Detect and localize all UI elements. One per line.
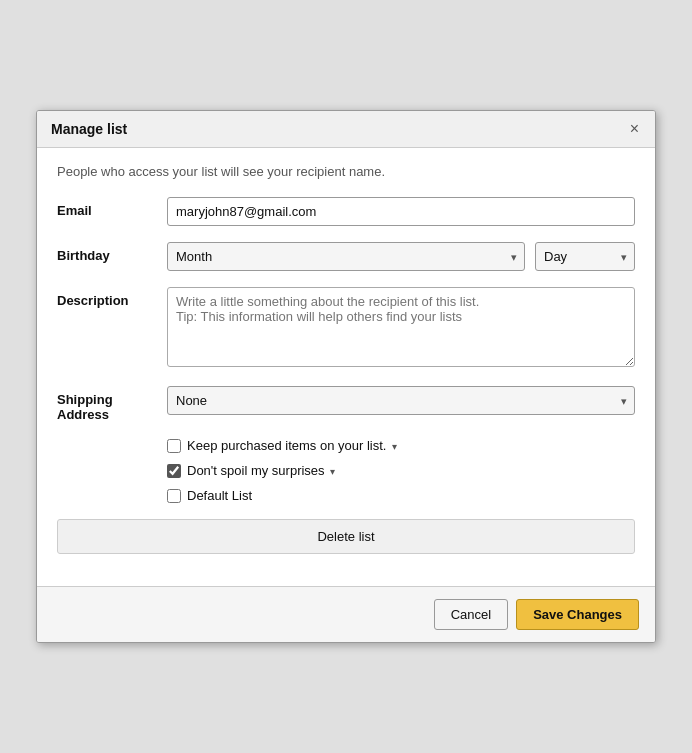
close-button[interactable]: × — [628, 121, 641, 137]
shipping-label: Shipping Address — [57, 386, 167, 422]
description-control — [167, 287, 635, 370]
default-list-checkbox[interactable] — [167, 489, 181, 503]
email-input[interactable] — [167, 197, 635, 226]
month-select-wrapper: Month January February March April May J… — [167, 242, 525, 271]
modal-footer: Cancel Save Changes — [37, 586, 655, 642]
shipping-row: Shipping Address None Add new address ▾ — [57, 386, 635, 422]
keep-purchased-checkbox[interactable] — [167, 439, 181, 453]
month-select[interactable]: Month January February March April May J… — [167, 242, 525, 271]
dont-spoil-checkbox[interactable] — [167, 464, 181, 478]
checkbox1-chevron-icon: ▾ — [392, 441, 397, 452]
default-list-label[interactable]: Default List — [187, 488, 252, 503]
checkboxes-area: Keep purchased items on your list. ▾ Don… — [57, 438, 635, 503]
modal-body: People who access your list will see you… — [37, 148, 655, 586]
manage-list-modal: Manage list × People who access your lis… — [36, 110, 656, 643]
modal-header: Manage list × — [37, 111, 655, 148]
birthday-row: Birthday Month January February March Ap… — [57, 242, 635, 271]
cancel-button[interactable]: Cancel — [434, 599, 508, 630]
email-label: Email — [57, 197, 167, 218]
shipping-select[interactable]: None Add new address — [167, 386, 635, 415]
shipping-control: None Add new address ▾ — [167, 386, 635, 415]
checkbox-row-2: Don't spoil my surprises ▾ — [167, 463, 635, 478]
birthday-label: Birthday — [57, 242, 167, 263]
checkbox-row-1: Keep purchased items on your list. ▾ — [167, 438, 635, 453]
email-row: Email — [57, 197, 635, 226]
email-control — [167, 197, 635, 226]
description-label: Description — [57, 287, 167, 308]
checkbox-row-3: Default List — [167, 488, 635, 503]
day-select-wrapper: Day 1234 5678 9101112 13141516 17181920 … — [535, 242, 635, 271]
day-select[interactable]: Day 1234 5678 9101112 13141516 17181920 … — [535, 242, 635, 271]
save-changes-button[interactable]: Save Changes — [516, 599, 639, 630]
description-row: Description — [57, 287, 635, 370]
delete-list-button[interactable]: Delete list — [57, 519, 635, 554]
checkbox2-chevron-icon: ▾ — [330, 466, 335, 477]
keep-purchased-label[interactable]: Keep purchased items on your list. ▾ — [187, 438, 397, 453]
birthday-controls: Month January February March April May J… — [167, 242, 635, 271]
description-textarea[interactable] — [167, 287, 635, 367]
shipping-select-wrapper: None Add new address ▾ — [167, 386, 635, 415]
delete-list-area: Delete list — [57, 519, 635, 554]
modal-title: Manage list — [51, 121, 127, 137]
modal-description-text: People who access your list will see you… — [57, 164, 635, 179]
dont-spoil-label[interactable]: Don't spoil my surprises ▾ — [187, 463, 335, 478]
